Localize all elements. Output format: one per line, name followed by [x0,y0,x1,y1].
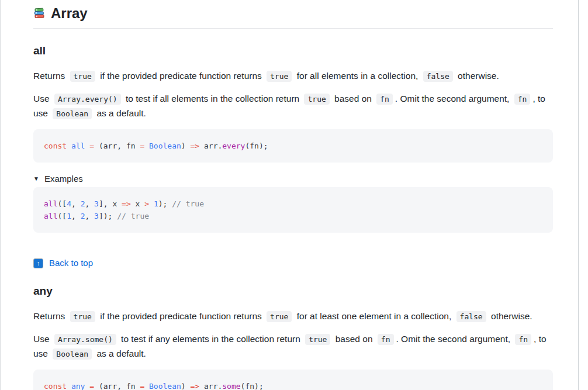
section-any-description: Returns true if the provided predicate f… [33,309,553,324]
doc-content: Array all Returns true if the provided p… [1,0,578,390]
code-block-all: const all = (arr, fn = Boolean) => arr.e… [33,129,553,163]
page-title: Array [33,0,553,29]
section-heading-all: all [33,44,553,58]
examples-details-all: ▼ Examples all([4, 2, 3], x => x > 1); /… [33,173,553,233]
up-arrow-icon: ↑ [33,258,43,268]
back-to-top-link[interactable]: ↑ Back to top [33,257,93,269]
examples-label: Examples [44,173,83,185]
section-any: any Returns true if the provided predica… [33,284,553,390]
section-any-usage: Use Array.some() to test if any elements… [33,332,553,361]
back-to-top-label: Back to top [49,257,93,269]
section-all: all Returns true if the provided predica… [33,44,553,269]
books-icon [33,8,46,20]
page-title-text: Array [51,5,88,22]
code-block-any: const any = (arr, fn = Boolean) => arr.s… [33,370,553,390]
section-heading-any: any [33,284,553,298]
examples-summary[interactable]: ▼ Examples [33,173,553,185]
section-all-description: Returns true if the provided predicate f… [33,69,553,84]
doc-panel: Array all Returns true if the provided p… [0,0,579,390]
examples-code-block-all: all([4, 2, 3], x => x > 1); // trueall([… [33,187,553,233]
triangle-down-icon: ▼ [33,173,39,185]
section-all-usage: Use Array.every() to test if all element… [33,92,553,121]
